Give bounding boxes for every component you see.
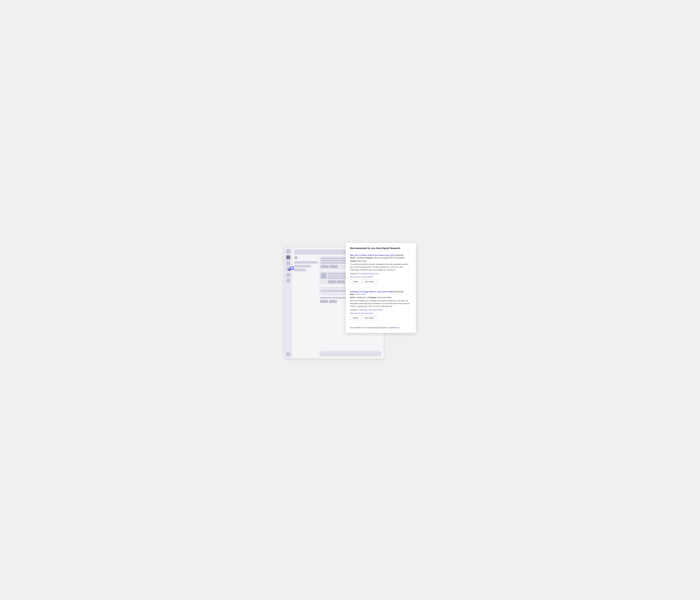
rec-item-1-badge: [Internal] bbox=[395, 254, 403, 256]
sidebar-icon-5 bbox=[286, 273, 290, 277]
rec-item-2-related: Related to: Healthcare, Oak Street Healt… bbox=[350, 309, 411, 311]
rec-item-1-meta-analyst: Analyst: Mark Jones bbox=[350, 260, 411, 262]
svg-rect-2 bbox=[292, 267, 292, 269]
msg-btn-2 bbox=[329, 300, 337, 303]
bank-label: Bank bbox=[350, 293, 354, 295]
footer-link[interactable]: here bbox=[396, 327, 400, 329]
related-tag-healthcare[interactable]: Healthcare bbox=[359, 309, 368, 311]
rec-item-2: Initiating Coverage Report: Oak Street H… bbox=[350, 290, 411, 324]
msg-btn-2 bbox=[330, 265, 338, 268]
msg-btn-2 bbox=[337, 280, 345, 283]
rec-item-2-why-link[interactable]: Why was this recommended? bbox=[350, 312, 373, 314]
sidebar-icon-3 bbox=[286, 261, 290, 265]
sector-label-2: Sector bbox=[350, 297, 355, 299]
rec-item-2-buttons: Useful Not Useful bbox=[350, 316, 411, 320]
related-label-1: Related to: bbox=[350, 273, 358, 275]
sector-label: Sector bbox=[350, 257, 355, 259]
channel-avatar bbox=[294, 256, 298, 259]
related-label-2: Related to: bbox=[350, 309, 358, 311]
company-value-2: Oak Street Health bbox=[377, 297, 391, 299]
sidebar-icon-6 bbox=[286, 279, 290, 283]
footer-end: . bbox=[400, 327, 400, 329]
teams-input-bar[interactable] bbox=[319, 351, 381, 356]
rec-item-1-buttons: Useful Not Useful bbox=[350, 279, 411, 284]
rec-item-2-not-useful-button[interactable]: Not Useful bbox=[362, 316, 377, 320]
channel-item-3 bbox=[294, 269, 306, 271]
rec-item-1: Why Not To Worry About the Newest Ag Cyc… bbox=[350, 254, 411, 287]
rec-item-2-title-row: Initiating Coverage Report: Oak Street H… bbox=[350, 290, 411, 293]
analyst-value: Mark Jones bbox=[357, 260, 367, 262]
related-tag-oak-street[interactable]: Oak Street Health bbox=[369, 309, 382, 311]
channel-item-1 bbox=[294, 261, 318, 264]
recommendation-card: Recommended for you from Equity Research… bbox=[346, 243, 416, 333]
related-tag-renewable[interactable]: Renewable Energy bbox=[359, 273, 374, 275]
analyst-label: Analyst bbox=[350, 260, 356, 262]
sidebar-icon-2 bbox=[286, 255, 290, 259]
svg-text:T: T bbox=[289, 269, 290, 271]
rec-item-1-why-link[interactable]: Why was this recommended? bbox=[350, 276, 373, 278]
rec-item-1-title-link[interactable]: Why Not To Worry About the Newest Ag Cyc… bbox=[350, 254, 395, 256]
company-label: Company bbox=[365, 257, 373, 259]
teams-logo: T bbox=[287, 266, 295, 273]
rec-item-1-meta-sector: Sector: Industrial | Company: Deere & Co… bbox=[350, 256, 411, 259]
rec-item-2-title-link[interactable]: Initiating Coverage Report: Oak Street H… bbox=[350, 291, 394, 293]
rec-item-1-related: Related to: Renewable Energy, ESG bbox=[350, 273, 411, 275]
rec-item-1-desc: The growth potential for ethanol, renewa… bbox=[350, 263, 411, 271]
sector-value: Industrial bbox=[356, 257, 364, 259]
rec-item-1-useful-button[interactable]: Useful bbox=[350, 279, 361, 284]
sector-value-2: Healthcare IT bbox=[356, 297, 367, 299]
rec-item-2-meta-sector: Sector: Healthcare IT | Company: Oak Str… bbox=[350, 296, 411, 299]
company-label-2: Company bbox=[369, 297, 376, 299]
msg-btn-1 bbox=[320, 300, 328, 303]
rec-item-1-title-row: Why Not To Worry About the Newest Ag Cyc… bbox=[350, 254, 411, 256]
rec-item-2-badge: [External] bbox=[395, 291, 403, 293]
company-value: Deere & Company, AGCO Corporation bbox=[374, 257, 404, 259]
sidebar-icon-1 bbox=[286, 249, 290, 254]
rec-item-2-useful-button[interactable]: Useful bbox=[350, 316, 361, 320]
msg-btn-1 bbox=[321, 265, 329, 268]
bank-link[interactable]: View in AMR bbox=[356, 293, 366, 295]
teams-channel-list bbox=[294, 256, 318, 356]
teams-sidebar bbox=[284, 247, 292, 358]
msg-thumb bbox=[321, 273, 327, 279]
card-footer: The remainder of new internal Equity Res… bbox=[350, 327, 411, 329]
channel-item-2 bbox=[294, 265, 311, 268]
rec-item-2-desc: Oak Street Health aims to integrate and … bbox=[350, 299, 411, 308]
card-title: Recommended for you from Equity Research bbox=[350, 247, 411, 252]
rec-item-2-meta-bank: Bank - View in AMR bbox=[350, 293, 411, 296]
sidebar-icon-7 bbox=[286, 352, 290, 356]
related-tag-esg[interactable]: ESG bbox=[375, 273, 378, 275]
msg-btn-1 bbox=[328, 280, 336, 283]
footer-text: The remainder of new internal Equity Res… bbox=[350, 327, 396, 329]
rec-item-1-not-useful-button[interactable]: Not Useful bbox=[362, 279, 377, 284]
